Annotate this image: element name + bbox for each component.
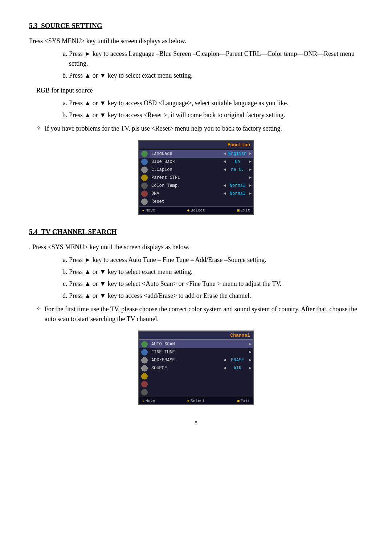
screen-53-icon-col	[139, 149, 150, 206]
rgb-note: RGB for input source	[36, 86, 363, 95]
menu-value-0: English	[228, 151, 248, 156]
screen-53-header-title: Function	[228, 142, 250, 148]
menu-value-2: ne 0.	[228, 167, 248, 172]
menu-value-54-2: ERASE	[228, 358, 248, 363]
menu-label-2: C.Caplon	[151, 167, 224, 172]
menu-row-2: C.Caplon ◄ ne 0. ►	[150, 166, 253, 174]
menu-row-54-5	[150, 380, 253, 388]
footer-exit-53: ▣ Exit	[237, 208, 250, 213]
section-54: 5.4 TV CHANNEL SEARCH . Press <SYS MENU>…	[29, 228, 363, 405]
menu-arrow-left-1: ◄	[224, 159, 226, 164]
footer-exit-icon-54: ▣	[237, 398, 240, 403]
section-54-item-a: Press ► key to access Auto Tune – Fine T…	[69, 255, 363, 265]
menu-label-54-3: SOURCE	[151, 366, 224, 371]
menu-arrow-left-4: ◄	[224, 183, 226, 188]
menu-label-0: Language	[151, 151, 224, 156]
footer-select-label-53: Select	[191, 208, 205, 213]
section-53-title: 5.3 SOURCE SETTING	[29, 22, 363, 30]
footer-move-53: ⬧ Move	[142, 208, 155, 213]
section-53-heading: SOURCE SETTING	[41, 22, 102, 29]
footer-exit-label-53: Exit	[241, 208, 250, 213]
icon-4	[139, 174, 150, 182]
icon-shape-7	[141, 198, 148, 205]
section-53: 5.3 SOURCE SETTING Press <SYS MENU> key …	[29, 22, 363, 215]
screen-53-body: Language ◄ English ► Blue Back ◄ On ► C.…	[139, 149, 253, 206]
menu-arrow-right-54-3: ►	[249, 366, 252, 371]
menu-value-4: Normal	[228, 183, 248, 188]
section-54-item-b: Press ▲ or ▼ key to select exact menu se…	[69, 267, 363, 277]
tv-screen-54: Channel AUTO SCAN ►	[138, 331, 254, 405]
icon-shape-5	[141, 182, 148, 189]
menu-arrow-left-0: ◄	[224, 151, 226, 156]
icon-2	[139, 158, 150, 166]
menu-arrow-right-2: ►	[249, 167, 252, 172]
screen-54-body: AUTO SCAN ► FINE TUNE ► ADD/ERASE ◄ ERAS…	[139, 340, 253, 397]
menu-arrow-right-54-2: ►	[249, 358, 252, 363]
screen-53-footer: ⬧ Move ◈ Select ▣ Exit	[139, 206, 253, 214]
icon-shape-4	[141, 175, 148, 181]
footer-exit-icon-53: ▣	[237, 208, 240, 213]
menu-arrow-right-1: ►	[249, 159, 252, 164]
menu-arrow-only-54-0: ►	[249, 342, 252, 347]
menu-row-3: Parent CTRL ►	[150, 174, 253, 182]
menu-value-54-3: AIR	[228, 366, 248, 371]
menu-row-1: Blue Back ◄ On ►	[150, 158, 253, 166]
menu-arrow-right-0: ►	[249, 151, 252, 156]
screen-54-menu-col: AUTO SCAN ► FINE TUNE ► ADD/ERASE ◄ ERAS…	[150, 340, 253, 397]
icon-shape-54-7	[141, 389, 148, 395]
screen-54-footer: ⬧ Move ◈ Select ▣ Exit	[139, 397, 253, 404]
icon-shape-54-3	[141, 357, 148, 364]
menu-row-54-4	[150, 372, 253, 380]
section-53-item-b: Press ▲ or ▼ key to select exact menu se…	[69, 71, 363, 81]
icon-shape-2	[141, 159, 148, 165]
menu-label-54-2: ADD/ERASE	[151, 358, 224, 363]
screen-54-icon-col	[139, 340, 150, 397]
screen-54-header: Channel	[139, 332, 253, 340]
menu-label-54-1: FINE TUNE	[151, 350, 249, 355]
screen-53-menu-col: Language ◄ English ► Blue Back ◄ On ► C.…	[150, 149, 253, 206]
menu-arrow-left-2: ◄	[224, 167, 226, 172]
icon-shape-54-6	[141, 381, 148, 387]
diamond-icon-54: ✧	[36, 304, 41, 324]
section-54-number: 5.4	[29, 228, 38, 235]
icon-54-6	[139, 380, 150, 388]
menu-arrow-right-5: ►	[249, 191, 252, 196]
menu-row-54-2: ADD/ERASE ◄ ERASE ►	[150, 356, 253, 364]
footer-move-54: ⬧ Move	[142, 398, 155, 403]
screen-54-header-title: Channel	[230, 333, 250, 338]
section-53-diamond: ✧ If you have problems for the TV, pls u…	[36, 124, 363, 134]
icon-54-4	[139, 364, 150, 372]
menu-row-54-0: AUTO SCAN ►	[150, 340, 253, 348]
icon-6	[139, 190, 150, 198]
footer-select-icon-54: ◈	[187, 398, 190, 403]
menu-arrow-left-54-3: ◄	[224, 366, 226, 371]
section-53-number: 5.3	[29, 22, 38, 29]
menu-row-54-1: FINE TUNE ►	[150, 348, 253, 356]
menu-arrow-only-54-1: ►	[249, 350, 252, 355]
menu-label-54-0: AUTO SCAN	[151, 342, 249, 347]
footer-move-label-54: Move	[146, 399, 155, 403]
section-54-diamond: ✧ For the first time use the TV, please …	[36, 304, 363, 324]
footer-move-icon-54: ⬧	[142, 399, 144, 403]
icon-54-7	[139, 388, 150, 396]
diamond-icon-53: ✧	[36, 124, 41, 134]
icon-1	[139, 150, 150, 158]
icon-shape-1	[141, 151, 148, 157]
section-54-intro: . Press <SYS MENU> key until the screen …	[29, 242, 363, 252]
icon-54-1	[139, 340, 150, 348]
icon-54-2	[139, 348, 150, 356]
icon-54-3	[139, 356, 150, 364]
menu-row-54-3: SOURCE ◄ AIR ►	[150, 364, 253, 372]
menu-arrow-left-54-2: ◄	[224, 358, 226, 363]
menu-row-0: Language ◄ English ►	[150, 150, 253, 158]
icon-shape-54-1	[141, 341, 148, 348]
menu-label-3: Parent CTRL	[151, 175, 249, 180]
icon-3	[139, 166, 150, 174]
footer-select-53: ◈ Select	[187, 208, 205, 213]
icon-5	[139, 182, 150, 190]
icon-shape-3	[141, 167, 148, 173]
menu-arrow-right-4: ►	[249, 183, 252, 188]
icon-54-5	[139, 372, 150, 380]
icon-7	[139, 198, 150, 206]
footer-move-icon-53: ⬧	[142, 208, 144, 213]
